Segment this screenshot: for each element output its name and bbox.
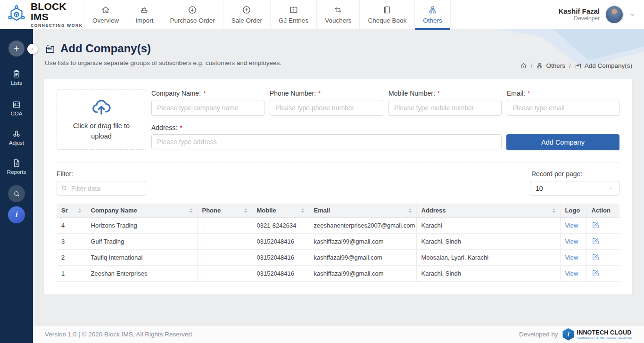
filter-input[interactable] xyxy=(57,181,146,196)
breadcrumb-add-company[interactable]: Add Company(s) xyxy=(575,62,632,69)
divider xyxy=(57,163,619,163)
address-input[interactable] xyxy=(151,134,502,149)
sort-icon[interactable] xyxy=(78,208,81,213)
sidebar-item-reports[interactable]: Reports xyxy=(0,158,33,175)
user-name: Kashif Fazal xyxy=(558,7,600,15)
innotech-cloud-logo[interactable]: INNOTECH CLOUD TECHNOLOGY IS THE PERFECT… xyxy=(562,328,632,341)
edit-icon[interactable] xyxy=(592,269,600,277)
sidebar-item-adjust[interactable]: Adjust xyxy=(0,129,33,146)
top-bar: BLOCK IMS CONNECTING WORK Overview Impor… xyxy=(0,0,644,29)
table-row: 3 Gulf Trading - 03152048416 kashiffazal… xyxy=(57,234,619,250)
factory-icon xyxy=(45,43,56,54)
nav-tab-cheque-book[interactable]: Cheque Book xyxy=(359,0,414,29)
nav-tab-import[interactable]: Import xyxy=(127,0,161,29)
nav-tab-purchase-order[interactable]: Purchase Order xyxy=(162,0,223,29)
filter-label: Filter: xyxy=(57,170,73,178)
col-header-address[interactable]: Address xyxy=(416,204,560,218)
main-nav: Overview Import Purchase Order Sale Orde… xyxy=(84,0,451,29)
view-logo-link[interactable]: View xyxy=(565,254,578,261)
nav-tab-vouchers[interactable]: Vouchers xyxy=(316,0,359,29)
home-icon xyxy=(520,62,527,69)
sidebar: Lists COA Adjust Reports xyxy=(0,29,33,343)
company-name-input[interactable] xyxy=(151,100,264,116)
factory-icon xyxy=(575,62,582,69)
avatar[interactable] xyxy=(605,5,624,24)
open-book-icon xyxy=(289,5,298,15)
sort-icon[interactable] xyxy=(409,208,412,213)
ship-icon xyxy=(140,5,149,15)
breadcrumb: / Others / Add Company(s) xyxy=(520,62,632,69)
cluster-icon xyxy=(536,62,543,69)
upload-label: Click or drag file to upload xyxy=(68,121,134,142)
phone-number-input[interactable] xyxy=(270,100,383,116)
chevron-down-icon[interactable] xyxy=(629,11,636,18)
records-per-page-value: 10 xyxy=(536,185,543,192)
info-button[interactable] xyxy=(8,206,25,223)
col-header-phone[interactable]: Phone xyxy=(197,204,252,218)
col-header-company-name[interactable]: Company Name xyxy=(86,204,197,218)
home-icon xyxy=(101,5,110,15)
mobile-number-input[interactable] xyxy=(388,100,502,116)
page-subtitle: Use lists to organize separate groups of… xyxy=(45,59,281,66)
required-mark: * xyxy=(528,90,530,97)
required-mark: * xyxy=(180,124,182,131)
add-company-button[interactable]: Add Company xyxy=(506,134,619,150)
breadcrumb-others[interactable]: Others xyxy=(536,62,565,69)
main-content: Add Company(s) Use lists to organize sep… xyxy=(33,29,644,343)
collapse-sidebar-button[interactable] xyxy=(27,44,38,54)
records-per-page-select[interactable]: 10 xyxy=(530,181,619,196)
breadcrumb-home[interactable] xyxy=(520,62,527,69)
col-header-email[interactable]: Email xyxy=(309,204,416,218)
required-mark: * xyxy=(438,90,440,97)
sort-icon[interactable] xyxy=(244,208,247,213)
edit-icon[interactable] xyxy=(592,253,600,261)
logo-upload-dropzone[interactable]: Click or drag file to upload xyxy=(57,90,146,150)
col-header-mobile[interactable]: Mobile xyxy=(252,204,309,218)
block-ims-logo-icon xyxy=(6,4,27,25)
cluster-icon xyxy=(428,5,438,15)
nav-tab-overview[interactable]: Overview xyxy=(84,0,127,29)
brand-name: BLOCK IMS xyxy=(31,1,84,22)
nav-tab-sale-order[interactable]: Sale Order xyxy=(223,0,270,29)
search-button[interactable] xyxy=(8,185,25,202)
sort-icon[interactable] xyxy=(190,208,192,213)
view-logo-link[interactable]: View xyxy=(565,222,578,229)
sort-icon[interactable] xyxy=(553,208,555,213)
add-company-card: Click or drag file to upload Company Nam… xyxy=(44,79,632,294)
cloud-upload-icon xyxy=(91,98,112,117)
nav-tab-others[interactable]: Others xyxy=(414,0,451,29)
edit-icon[interactable] xyxy=(592,237,600,245)
page-header: Add Company(s) Use lists to organize sep… xyxy=(45,42,281,66)
sidebar-item-lists[interactable]: Lists xyxy=(0,69,33,86)
arrow-up-circle-icon xyxy=(242,5,251,15)
filter-field xyxy=(57,181,146,196)
footer-copyright: Version 1.0 | © 2020 Block IMS, All Righ… xyxy=(45,331,194,338)
add-button[interactable] xyxy=(8,41,25,57)
email-input[interactable] xyxy=(507,100,619,116)
required-mark: * xyxy=(203,90,206,97)
brand-logo[interactable]: BLOCK IMS CONNECTING WORK xyxy=(0,0,84,29)
footer: Version 1.0 | © 2020 Block IMS, All Righ… xyxy=(33,325,644,343)
col-header-sr[interactable]: Sr xyxy=(57,204,86,218)
view-logo-link[interactable]: View xyxy=(565,238,578,245)
user-menu[interactable]: Kashif Fazal Developer xyxy=(558,0,644,29)
brand-tagline: CONNECTING WORK xyxy=(31,23,84,28)
nodes-icon xyxy=(12,129,21,139)
sort-icon[interactable] xyxy=(301,208,304,213)
required-mark: * xyxy=(318,90,321,97)
search-icon xyxy=(13,190,21,198)
edit-icon[interactable] xyxy=(592,221,600,229)
swap-icon xyxy=(333,5,343,15)
records-per-page-label: Record per page: xyxy=(531,170,582,178)
user-role: Developer xyxy=(558,15,600,22)
developer-name: INNOTECH CLOUD xyxy=(577,330,632,335)
sidebar-item-coa[interactable]: COA xyxy=(0,100,33,116)
idcard-icon xyxy=(12,100,21,109)
col-header-logo: Logo xyxy=(560,204,586,218)
nav-tab-gj-entries[interactable]: GJ Entries xyxy=(270,0,316,29)
developer-tagline: TECHNOLOGY IS THE PERFECT SOLUTION xyxy=(577,336,632,339)
table-row: 2 Taufiq International - 03152048416 kas… xyxy=(57,250,619,266)
view-logo-link[interactable]: View xyxy=(565,270,578,277)
phone-number-field: Phone Number:* xyxy=(270,90,383,116)
address-field: Address:* xyxy=(151,124,502,149)
